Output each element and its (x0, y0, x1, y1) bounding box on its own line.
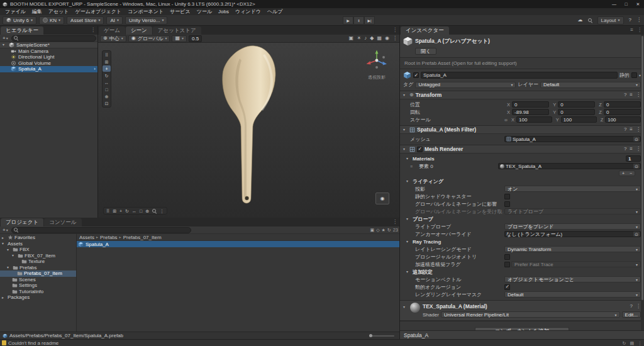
component-menu-icon[interactable] (636, 147, 641, 152)
help-icon[interactable] (630, 304, 633, 309)
add-overlay-icon[interactable] (119, 209, 122, 213)
refresh-icon[interactable] (623, 341, 626, 345)
foldout-icon[interactable] (3, 43, 7, 47)
tree-item-prefabs-07-item[interactable]: Prefabs_07_Item (0, 271, 76, 277)
panel-menu-icon[interactable] (635, 28, 644, 33)
object-picker-icon[interactable] (633, 164, 640, 169)
ray-tracing-mode-dropdown[interactable]: Dynamic Transform (504, 246, 641, 252)
accel-flags-checkbox[interactable] (504, 262, 510, 267)
materials-foldout[interactable]: Materials 1 (400, 155, 644, 162)
hierarchy-item-main-camera[interactable]: Main Camera (0, 48, 97, 55)
tab-list-icon[interactable] (628, 28, 635, 33)
spatula-model[interactable] (98, 43, 399, 218)
light-probes-dropdown[interactable]: プローブをブレンド (504, 223, 641, 230)
menu-services[interactable]: サービス (167, 8, 194, 15)
refresh-icon[interactable] (387, 228, 391, 232)
search-icon[interactable] (152, 209, 157, 213)
panel-menu-icon[interactable] (391, 220, 399, 225)
foldout-icon[interactable] (2, 236, 6, 240)
grid-toggle-icon[interactable] (377, 36, 382, 41)
component-menu-icon[interactable] (636, 127, 641, 132)
tree-item-tutorialinfo[interactable]: Tutorialinfo (0, 289, 76, 295)
transform-tool-icon[interactable] (103, 93, 111, 99)
procedural-geometry-checkbox[interactable] (504, 254, 510, 260)
mesh-filter-header[interactable]: Spatula_A (Mesh Filter) (400, 126, 644, 134)
crumb-assets[interactable]: Assets (79, 235, 94, 240)
pan-icon[interactable] (132, 209, 136, 213)
foldout-icon[interactable] (12, 254, 16, 257)
shader-dropdown[interactable]: Universal Render Pipeline/Lit (441, 311, 620, 318)
tree-item-favorites[interactable]: Favorites (0, 235, 76, 241)
foldout-icon[interactable] (2, 296, 6, 299)
foldout-icon[interactable] (406, 217, 411, 221)
crumb-prefabs-07-item[interactable]: Prefabs_07_Item (123, 235, 162, 240)
presets-icon[interactable] (630, 147, 633, 152)
tab-hierarchy[interactable]: ヒエラルキー (1, 26, 43, 35)
move-tool-icon[interactable] (103, 65, 111, 72)
gameobject-name-field[interactable]: Spatula_A (421, 72, 618, 79)
ai-button[interactable]: AI (106, 16, 123, 25)
layout-dropdown[interactable]: Layout (597, 16, 624, 25)
foldout-icon[interactable] (403, 128, 408, 131)
position-x-field[interactable]: 0 (512, 101, 549, 108)
menu-component[interactable]: コンポーネント (125, 8, 167, 15)
foldout-icon[interactable] (406, 157, 411, 160)
menu-edit[interactable]: 編集 (29, 8, 45, 15)
step-button[interactable] (364, 16, 375, 25)
favorites-icon[interactable] (382, 228, 386, 232)
create-asset-button[interactable] (1, 228, 9, 233)
hierarchy-item-spatula[interactable]: Spatula_A (0, 66, 97, 72)
overlay-grip[interactable] (103, 52, 111, 58)
view-options-icon[interactable] (113, 209, 116, 213)
tree-item-fbx[interactable]: FBX (0, 247, 76, 253)
layer-dropdown[interactable]: Default (540, 82, 641, 88)
tab-asset-store[interactable]: アセットストア (153, 26, 201, 35)
presets-icon[interactable] (630, 127, 633, 132)
create-button[interactable] (1, 36, 9, 41)
menu-file[interactable]: ファイル (2, 8, 29, 15)
crumb-prefabs[interactable]: Prefabs (100, 235, 118, 240)
rotation-y-field[interactable]: 0 (558, 109, 595, 115)
foldout-icon[interactable] (403, 305, 408, 309)
audio-toggle-icon[interactable] (364, 36, 367, 41)
status-menu-icon[interactable] (638, 341, 642, 345)
object-picker-icon[interactable] (633, 137, 640, 142)
object-picker-icon[interactable] (633, 232, 640, 237)
enabled-checkbox[interactable] (417, 147, 423, 152)
axis-gizmo-icon[interactable] (363, 48, 391, 73)
scale-tool-icon[interactable] (103, 79, 111, 86)
tab-console[interactable]: コンソール (44, 218, 81, 226)
mesh-object-field[interactable]: Spatula_A (504, 136, 641, 142)
foldout-icon[interactable] (2, 242, 6, 245)
tree-item-prefabs[interactable]: Prefabs (0, 265, 76, 271)
anchor-override-field[interactable]: なし (トランスフォーム) (504, 231, 641, 237)
static-checkbox[interactable] (631, 72, 637, 78)
unity-version-badge[interactable]: Unity 6 (3, 16, 36, 25)
help-icon[interactable] (624, 127, 626, 132)
version-control-button[interactable]: Unity Versio... (125, 16, 167, 25)
static-shadow-caster-checkbox[interactable] (504, 194, 510, 199)
tree-item-fbx-07-item[interactable]: FBX_07_Item (0, 253, 76, 259)
orientation-gizmo[interactable]: 透視投影 (362, 48, 392, 81)
view-tool-icon[interactable] (103, 59, 111, 65)
menu-window[interactable]: ウィンドウ (232, 8, 264, 15)
project-search-input[interactable] (11, 227, 191, 233)
scale-z-field[interactable]: 100 (605, 116, 641, 123)
additional-settings-foldout[interactable]: 追加設定 (400, 268, 644, 276)
overflow-menu-icon[interactable] (636, 18, 641, 23)
help-icon[interactable] (624, 92, 626, 98)
account-dropdown[interactable]: KN (39, 16, 64, 25)
frame-icon[interactable] (140, 209, 142, 213)
play-button[interactable] (343, 16, 353, 25)
search-by-type-icon[interactable] (370, 228, 375, 232)
foldout-icon[interactable] (406, 240, 411, 243)
scrollbar-thumb[interactable] (641, 36, 643, 300)
foldout-icon[interactable] (403, 147, 408, 151)
foldout-icon[interactable] (406, 179, 411, 183)
camera-preview-overlay[interactable] (375, 193, 389, 204)
motion-vectors-dropdown[interactable]: オブジェクトモーションごと (504, 276, 641, 282)
scene-menu-icon[interactable] (392, 36, 397, 41)
overlay-menu-icon[interactable] (160, 209, 164, 213)
console-log-icon[interactable] (630, 341, 634, 345)
prefab-open-arrow-icon[interactable] (94, 67, 97, 72)
